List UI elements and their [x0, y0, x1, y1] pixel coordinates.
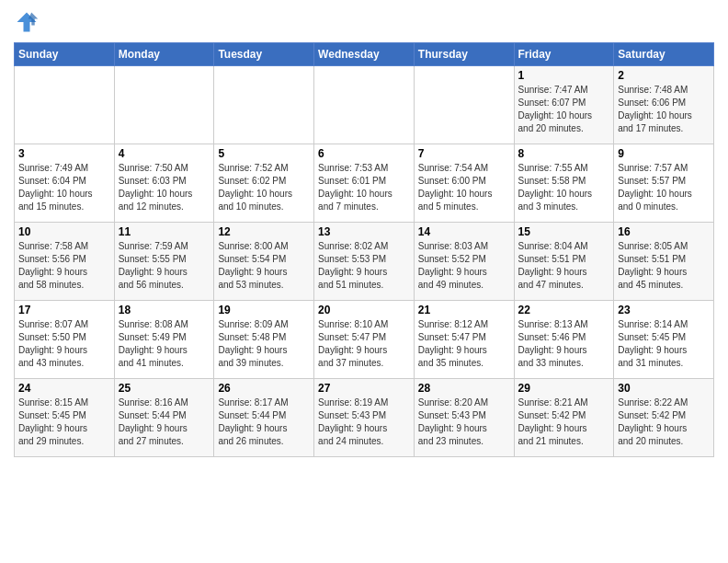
calendar-cell: [414, 66, 514, 144]
calendar-table: SundayMondayTuesdayWednesdayThursdayFrid…: [14, 42, 714, 457]
calendar-body: 1Sunrise: 7:47 AM Sunset: 6:07 PM Daylig…: [15, 66, 714, 457]
day-number: 5: [218, 147, 310, 160]
day-number: 6: [318, 147, 410, 160]
day-number: 25: [119, 382, 210, 395]
calendar-cell: 22Sunrise: 8:13 AM Sunset: 5:46 PM Dayli…: [514, 301, 614, 379]
day-number: 18: [119, 304, 210, 316]
day-info: Sunrise: 8:19 AM Sunset: 5:43 PM Dayligh…: [318, 396, 410, 448]
day-info: Sunrise: 8:12 AM Sunset: 5:47 PM Dayligh…: [418, 318, 510, 370]
day-info: Sunrise: 8:22 AM Sunset: 5:42 PM Dayligh…: [618, 396, 710, 448]
day-info: Sunrise: 7:58 AM Sunset: 5:56 PM Dayligh…: [18, 240, 110, 292]
calendar-cell: 23Sunrise: 8:14 AM Sunset: 5:45 PM Dayli…: [614, 301, 714, 379]
calendar-cell: 2Sunrise: 7:48 AM Sunset: 6:06 PM Daylig…: [614, 66, 714, 144]
calendar-week-row: 10Sunrise: 7:58 AM Sunset: 5:56 PM Dayli…: [15, 223, 714, 301]
calendar-cell: 14Sunrise: 8:03 AM Sunset: 5:52 PM Dayli…: [414, 223, 514, 301]
day-info: Sunrise: 8:02 AM Sunset: 5:53 PM Dayligh…: [318, 240, 410, 292]
day-info: Sunrise: 8:21 AM Sunset: 5:42 PM Dayligh…: [518, 396, 610, 448]
calendar-cell: 3Sunrise: 7:49 AM Sunset: 6:04 PM Daylig…: [15, 144, 115, 223]
calendar-cell: 20Sunrise: 8:10 AM Sunset: 5:47 PM Dayli…: [314, 301, 415, 379]
calendar-cell: 24Sunrise: 8:15 AM Sunset: 5:45 PM Dayli…: [15, 379, 115, 457]
day-info: Sunrise: 7:55 AM Sunset: 5:58 PM Dayligh…: [518, 162, 610, 213]
day-info: Sunrise: 7:49 AM Sunset: 6:04 PM Dayligh…: [18, 162, 110, 213]
day-info: Sunrise: 8:14 AM Sunset: 5:45 PM Dayligh…: [618, 318, 710, 370]
day-number: 29: [518, 382, 610, 395]
day-number: 10: [18, 225, 110, 238]
day-number: 20: [318, 304, 410, 316]
calendar-cell: 4Sunrise: 7:50 AM Sunset: 6:03 PM Daylig…: [114, 144, 214, 223]
day-number: 7: [418, 147, 510, 160]
day-info: Sunrise: 7:48 AM Sunset: 6:06 PM Dayligh…: [618, 84, 710, 135]
day-info: Sunrise: 8:05 AM Sunset: 5:51 PM Dayligh…: [618, 240, 710, 292]
day-number: 16: [618, 225, 710, 238]
day-number: 4: [119, 147, 210, 160]
calendar-cell: 15Sunrise: 8:04 AM Sunset: 5:51 PM Dayli…: [514, 223, 614, 301]
calendar-cell: 18Sunrise: 8:08 AM Sunset: 5:49 PM Dayli…: [114, 301, 214, 379]
weekday-header: Monday: [114, 43, 214, 66]
day-info: Sunrise: 7:50 AM Sunset: 6:03 PM Dayligh…: [119, 162, 210, 213]
day-number: 21: [418, 304, 510, 316]
day-number: 8: [518, 147, 610, 160]
day-number: 9: [618, 147, 710, 160]
weekday-header: Friday: [514, 43, 614, 66]
day-info: Sunrise: 7:59 AM Sunset: 5:55 PM Dayligh…: [119, 240, 210, 292]
day-info: Sunrise: 8:00 AM Sunset: 5:54 PM Dayligh…: [218, 240, 310, 292]
calendar-week-row: 24Sunrise: 8:15 AM Sunset: 5:45 PM Dayli…: [15, 379, 714, 457]
calendar-cell: 21Sunrise: 8:12 AM Sunset: 5:47 PM Dayli…: [414, 301, 514, 379]
day-info: Sunrise: 8:17 AM Sunset: 5:44 PM Dayligh…: [218, 396, 310, 448]
calendar-cell: [114, 66, 214, 144]
day-number: 13: [318, 225, 410, 238]
day-info: Sunrise: 8:10 AM Sunset: 5:47 PM Dayligh…: [318, 318, 410, 370]
day-number: 28: [418, 382, 510, 395]
day-number: 27: [318, 382, 410, 395]
weekday-header: Thursday: [414, 43, 514, 66]
calendar-cell: 10Sunrise: 7:58 AM Sunset: 5:56 PM Dayli…: [15, 223, 115, 301]
calendar-cell: 16Sunrise: 8:05 AM Sunset: 5:51 PM Dayli…: [614, 223, 714, 301]
day-number: 1: [518, 69, 610, 82]
calendar-cell: [314, 66, 415, 144]
header-row: SundayMondayTuesdayWednesdayThursdayFrid…: [15, 43, 714, 66]
weekday-header: Tuesday: [214, 43, 314, 66]
calendar-cell: 12Sunrise: 8:00 AM Sunset: 5:54 PM Dayli…: [214, 223, 314, 301]
calendar-cell: 13Sunrise: 8:02 AM Sunset: 5:53 PM Dayli…: [314, 223, 415, 301]
day-number: 24: [18, 382, 110, 395]
day-info: Sunrise: 7:47 AM Sunset: 6:07 PM Dayligh…: [518, 84, 610, 135]
calendar-cell: [214, 66, 314, 144]
calendar-cell: 11Sunrise: 7:59 AM Sunset: 5:55 PM Dayli…: [114, 223, 214, 301]
calendar-cell: 29Sunrise: 8:21 AM Sunset: 5:42 PM Dayli…: [514, 379, 614, 457]
calendar-cell: 1Sunrise: 7:47 AM Sunset: 6:07 PM Daylig…: [514, 66, 614, 144]
calendar-cell: [15, 66, 115, 144]
calendar-cell: 28Sunrise: 8:20 AM Sunset: 5:43 PM Dayli…: [414, 379, 514, 457]
day-info: Sunrise: 7:54 AM Sunset: 6:00 PM Dayligh…: [418, 162, 510, 213]
calendar-cell: 30Sunrise: 8:22 AM Sunset: 5:42 PM Dayli…: [614, 379, 714, 457]
calendar-cell: 7Sunrise: 7:54 AM Sunset: 6:00 PM Daylig…: [414, 144, 514, 223]
logo: [14, 9, 43, 35]
calendar-cell: 8Sunrise: 7:55 AM Sunset: 5:58 PM Daylig…: [514, 144, 614, 223]
day-number: 2: [618, 69, 710, 82]
day-info: Sunrise: 7:52 AM Sunset: 6:02 PM Dayligh…: [218, 162, 310, 213]
calendar-cell: 5Sunrise: 7:52 AM Sunset: 6:02 PM Daylig…: [214, 144, 314, 223]
day-number: 19: [218, 304, 310, 316]
weekday-header: Saturday: [614, 43, 714, 66]
weekday-header: Wednesday: [314, 43, 415, 66]
day-number: 30: [618, 382, 710, 395]
day-info: Sunrise: 8:04 AM Sunset: 5:51 PM Dayligh…: [518, 240, 610, 292]
day-info: Sunrise: 8:13 AM Sunset: 5:46 PM Dayligh…: [518, 318, 610, 370]
day-number: 11: [119, 225, 210, 238]
calendar-cell: 25Sunrise: 8:16 AM Sunset: 5:44 PM Dayli…: [114, 379, 214, 457]
calendar-cell: 19Sunrise: 8:09 AM Sunset: 5:48 PM Dayli…: [214, 301, 314, 379]
calendar-week-row: 1Sunrise: 7:47 AM Sunset: 6:07 PM Daylig…: [15, 66, 714, 144]
calendar-cell: 26Sunrise: 8:17 AM Sunset: 5:44 PM Dayli…: [214, 379, 314, 457]
calendar-week-row: 3Sunrise: 7:49 AM Sunset: 6:04 PM Daylig…: [15, 144, 714, 223]
logo-icon: [14, 9, 40, 35]
header: [14, 9, 714, 35]
day-info: Sunrise: 8:16 AM Sunset: 5:44 PM Dayligh…: [119, 396, 210, 448]
calendar-cell: 17Sunrise: 8:07 AM Sunset: 5:50 PM Dayli…: [15, 301, 115, 379]
day-info: Sunrise: 8:07 AM Sunset: 5:50 PM Dayligh…: [18, 318, 110, 370]
calendar-cell: 9Sunrise: 7:57 AM Sunset: 5:57 PM Daylig…: [614, 144, 714, 223]
day-number: 15: [518, 225, 610, 238]
day-info: Sunrise: 8:08 AM Sunset: 5:49 PM Dayligh…: [119, 318, 210, 370]
weekday-header: Sunday: [15, 43, 115, 66]
day-info: Sunrise: 8:15 AM Sunset: 5:45 PM Dayligh…: [18, 396, 110, 448]
day-number: 22: [518, 304, 610, 316]
day-info: Sunrise: 8:03 AM Sunset: 5:52 PM Dayligh…: [418, 240, 510, 292]
